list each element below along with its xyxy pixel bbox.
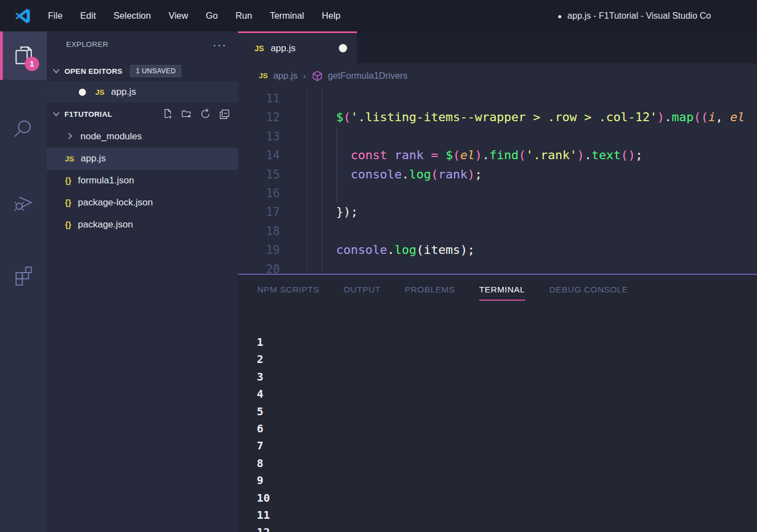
- tree-item-formula1json[interactable]: {} formula1.json: [47, 170, 238, 192]
- open-editors-section[interactable]: OPEN EDITORS 1 UNSAVED: [47, 61, 238, 82]
- more-actions-icon[interactable]: ···: [213, 42, 227, 47]
- extensions-icon: [13, 264, 35, 286]
- terminal-line: 3: [257, 368, 757, 386]
- new-file-icon[interactable]: [162, 108, 174, 120]
- breadcrumb-separator-icon: ›: [303, 71, 306, 80]
- unsaved-dot-icon[interactable]: [339, 44, 347, 52]
- terminal-line: 4: [257, 386, 757, 403]
- tree-item-appjs[interactable]: JS app.js: [47, 148, 238, 170]
- open-editor-appjs[interactable]: JS app.js: [47, 82, 238, 102]
- activity-bar: 1: [0, 31, 47, 532]
- code-editor[interactable]: 1112 $('.listing-items--wrapper > .row >…: [238, 88, 757, 274]
- code-text: [280, 127, 307, 146]
- modified-dot-icon[interactable]: [79, 89, 86, 96]
- panel-tab-bar: NPM SCRIPTS OUTPUT PROBLEMS TERMINAL DEB…: [238, 275, 757, 301]
- active-indent-guide: [337, 127, 337, 203]
- titlebar: File Edit Selection View Go Run Terminal…: [0, 0, 757, 31]
- menu-go[interactable]: Go: [197, 0, 226, 31]
- menu-terminal[interactable]: Terminal: [261, 0, 313, 31]
- explorer-sidebar: EXPLORER ··· OPEN EDITORS 1 UNSAVED JS a…: [47, 31, 238, 532]
- code-line[interactable]: 18: [238, 222, 757, 241]
- code-line[interactable]: 13: [238, 127, 757, 146]
- menu-help[interactable]: Help: [313, 0, 349, 31]
- terminal-line: 2: [257, 351, 757, 368]
- terminal-line: 12: [257, 524, 757, 532]
- line-number: 13: [238, 127, 280, 146]
- breadcrumb-symbol[interactable]: getFormula1Drivers: [328, 70, 408, 81]
- run-debug-icon: [13, 191, 35, 213]
- terminal-line: 1: [257, 334, 757, 351]
- terminal-line: 5: [257, 403, 757, 420]
- chevron-right-icon: [65, 131, 76, 142]
- bottom-panel: NPM SCRIPTS OUTPUT PROBLEMS TERMINAL DEB…: [238, 274, 757, 532]
- terminal-line: 6: [257, 420, 757, 437]
- panel-tab-npm-scripts[interactable]: NPM SCRIPTS: [257, 285, 320, 301]
- explorer-badge: 1: [25, 57, 39, 71]
- breadcrumb-file[interactable]: app.js: [273, 70, 298, 81]
- activity-run-debug-button[interactable]: [0, 178, 47, 226]
- code-text: console.log(items);: [280, 241, 475, 259]
- menu-view[interactable]: View: [160, 0, 197, 31]
- terminal-line: 11: [257, 507, 757, 524]
- activity-explorer-button[interactable]: 1: [0, 31, 47, 80]
- code-text: [280, 184, 307, 203]
- explorer-title: EXPLORER: [66, 40, 109, 48]
- code-line[interactable]: 14 const rank = $(el).find('.rank').text…: [238, 146, 757, 165]
- line-number: 18: [238, 222, 280, 241]
- line-number: 12: [238, 108, 280, 127]
- refresh-icon[interactable]: [199, 108, 212, 120]
- workspace-section[interactable]: F1TUTORIAL: [47, 104, 238, 124]
- breadcrumb: JS app.js › getFormula1Drivers: [238, 63, 757, 88]
- activity-extensions-button[interactable]: [0, 251, 47, 300]
- file-tree: node_modules JS app.js {} formula1.json …: [47, 126, 238, 236]
- tab-appjs[interactable]: JS app.js: [238, 31, 357, 63]
- code-text: });: [280, 203, 358, 221]
- terminal-output[interactable]: 123456789101112: [238, 334, 757, 532]
- open-editors-label: OPEN EDITORS: [64, 67, 122, 75]
- new-folder-icon[interactable]: [181, 108, 193, 120]
- menu-selection[interactable]: Selection: [105, 0, 160, 31]
- panel-tab-problems[interactable]: PROBLEMS: [405, 285, 455, 301]
- tree-item-node-modules[interactable]: node_modules: [47, 126, 238, 148]
- menu-edit[interactable]: Edit: [72, 0, 105, 31]
- indent-guide: [322, 88, 322, 274]
- code-line[interactable]: 17 });: [238, 203, 757, 221]
- line-number: 11: [238, 89, 280, 108]
- js-file-icon: JS: [95, 88, 105, 96]
- js-file-icon: JS: [259, 72, 268, 80]
- line-number: 16: [238, 184, 280, 203]
- code-text: [280, 260, 307, 274]
- line-number: 20: [238, 260, 280, 274]
- chevron-down-icon: [51, 66, 61, 76]
- modified-dot-icon: ●: [558, 12, 562, 20]
- collapse-all-icon[interactable]: [218, 108, 230, 120]
- editor-tab-bar: JS app.js: [238, 31, 757, 63]
- chevron-down-icon: [51, 109, 61, 119]
- panel-tab-terminal[interactable]: TERMINAL: [479, 285, 525, 301]
- unsaved-badge: 1 UNSAVED: [130, 65, 181, 77]
- code-text: $('.listing-items--wrapper > .row > .col…: [280, 108, 745, 127]
- tree-item-packagejson[interactable]: {} package.json: [47, 214, 238, 236]
- panel-tab-output[interactable]: OUTPUT: [344, 285, 381, 301]
- code-line[interactable]: 20: [238, 260, 757, 274]
- line-number: 19: [238, 241, 280, 259]
- json-file-icon: {}: [65, 220, 71, 229]
- code-line[interactable]: 15 console.log(rank);: [238, 165, 757, 184]
- code-line[interactable]: 11: [238, 89, 757, 108]
- symbol-cube-icon: [311, 70, 323, 82]
- code-text: const rank = $(el).find('.rank').text();: [280, 146, 642, 165]
- json-file-icon: {}: [65, 198, 71, 207]
- code-line[interactable]: 16: [238, 184, 757, 203]
- code-line[interactable]: 19 console.log(items);: [238, 241, 757, 259]
- window-title: ●app.js - F1Tutorial - Visual Studio Co: [558, 0, 757, 31]
- workspace-label: F1TUTORIAL: [64, 110, 112, 118]
- line-number: 17: [238, 203, 280, 221]
- code-text: console.log(rank);: [280, 165, 482, 184]
- panel-tab-debug-console[interactable]: DEBUG CONSOLE: [549, 285, 628, 301]
- terminal-line: 10: [257, 490, 757, 507]
- code-line[interactable]: 12 $('.listing-items--wrapper > .row > .…: [238, 108, 757, 127]
- tree-item-package-lock[interactable]: {} package-lock.json: [47, 192, 238, 214]
- menu-file[interactable]: File: [39, 0, 72, 31]
- menu-run[interactable]: Run: [226, 0, 261, 31]
- activity-search-button[interactable]: [0, 105, 47, 153]
